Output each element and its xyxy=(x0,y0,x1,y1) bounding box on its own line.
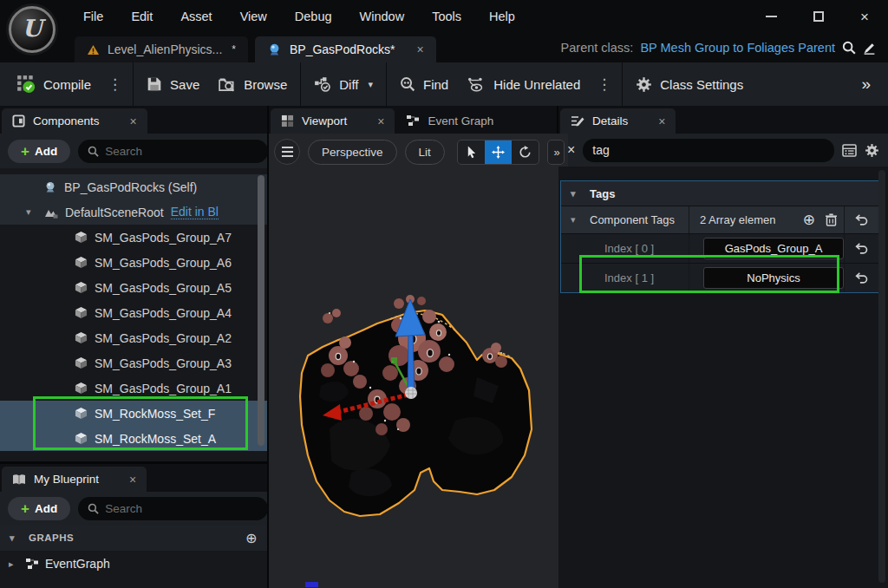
graphs-section-header[interactable]: ▾ GRAPHS ⊕ xyxy=(0,525,267,551)
tree-row-self[interactable]: BP_GasPodRocks (Self) xyxy=(0,174,267,199)
collapse-caret-icon[interactable]: ▾ xyxy=(571,214,582,225)
my-blueprint-body: ▸ EventGraph xyxy=(0,551,267,588)
property-matrix-icon[interactable] xyxy=(842,144,857,157)
close-panel-icon[interactable]: × xyxy=(129,473,136,487)
tree-row-label: SM_GasPods_Group_A3 xyxy=(95,356,232,370)
minimize-icon[interactable] xyxy=(766,16,777,17)
menu-help[interactable]: Help xyxy=(475,2,529,31)
revert-icon[interactable] xyxy=(855,272,868,284)
add-blueprint-item-button[interactable]: + Add xyxy=(8,497,70,520)
details-search-input[interactable] xyxy=(592,143,825,157)
toolbar-separator xyxy=(386,62,387,106)
search-parent-icon[interactable] xyxy=(842,41,856,55)
tree-row-gaspods-a5[interactable]: SM_GasPods_Group_A5 xyxy=(0,275,267,300)
event-graph-item[interactable]: ▸ EventGraph xyxy=(0,551,267,577)
tree-row-gaspods-a6[interactable]: SM_GasPods_Group_A6 xyxy=(0,250,267,275)
tags-section-header[interactable]: ▾ Tags xyxy=(561,181,878,206)
tree-row-rockmoss-a[interactable]: SM_RockMoss_Set_A xyxy=(0,426,267,451)
my-blueprint-tab[interactable]: My Blueprint × xyxy=(2,467,147,492)
parent-class-label: Parent class: xyxy=(561,41,634,55)
collapse-caret-icon[interactable]: ▾ xyxy=(10,532,21,544)
select-tool-icon[interactable] xyxy=(458,140,485,164)
component-tags-label: Component Tags xyxy=(590,213,675,226)
close-panel-icon[interactable]: × xyxy=(658,114,665,128)
class-settings-button[interactable]: Class Settings xyxy=(626,62,753,106)
add-array-element-icon[interactable]: ⊕ xyxy=(803,211,815,229)
menu-debug[interactable]: Debug xyxy=(281,2,346,31)
move-tool-icon[interactable] xyxy=(485,140,512,164)
hide-unrelated-button[interactable]: Hide Unrelated xyxy=(458,62,590,106)
toolbar-separator xyxy=(133,62,134,106)
tree-row-gaspods-a2[interactable]: SM_GasPods_Group_A2 xyxy=(0,325,267,350)
menu-asset[interactable]: Asset xyxy=(166,2,225,31)
index-1-value-field[interactable]: NoPhysics xyxy=(703,267,844,289)
parent-class-link[interactable]: BP Mesh Group to Foliages Parent xyxy=(640,41,835,55)
edit-parent-icon[interactable] xyxy=(863,42,876,55)
viewport-options-icon[interactable] xyxy=(274,139,300,165)
static-mesh-icon xyxy=(75,256,88,269)
tree-row-gaspods-a4[interactable]: SM_GasPods_Group_A4 xyxy=(0,300,267,325)
close-tab-icon[interactable]: × xyxy=(416,42,423,56)
browse-button[interactable]: Browse xyxy=(209,62,297,106)
details-tab[interactable]: Details × xyxy=(560,108,676,134)
index-0-value-field[interactable]: GasPods_Group_A xyxy=(703,238,844,259)
tree-row-gaspods-a3[interactable]: SM_GasPods_Group_A3 xyxy=(0,350,267,376)
menu-edit[interactable]: Edit xyxy=(117,2,166,31)
revert-icon[interactable] xyxy=(855,214,868,225)
tree-row-defaultsceneroot[interactable]: ▾ DefaultSceneRoot Edit in Bl xyxy=(0,199,267,225)
collapse-caret-icon[interactable]: ▾ xyxy=(571,188,582,199)
tab-level-alienphysics[interactable]: Level_AlienPhysics... * xyxy=(75,36,248,62)
details-body: ▾ Tags ▾ Component Tags 2 Array elemen ⊕ xyxy=(558,167,888,588)
menu-view[interactable]: View xyxy=(226,2,281,31)
maximize-icon[interactable] xyxy=(813,11,824,22)
tree-row-rockmoss-f[interactable]: SM_RockMoss_Set_F xyxy=(0,401,267,426)
component-tags-value-cell: 2 Array elemen ⊕ xyxy=(689,211,844,229)
search-input[interactable] xyxy=(105,145,258,158)
close-panel-icon[interactable]: × xyxy=(130,114,137,128)
event-graph-tab[interactable]: Event Graph xyxy=(396,108,504,134)
tree-row-gaspods-a7[interactable]: SM_GasPods_Group_A7 xyxy=(0,225,267,250)
viewport-3d-area[interactable]: Perspective Lit » xyxy=(269,134,568,588)
tab-bp-gaspodrocks[interactable]: BP_GasPodRocks* × xyxy=(255,36,436,62)
components-search-field[interactable] xyxy=(78,140,268,163)
menu-window[interactable]: Window xyxy=(346,2,419,31)
static-mesh-icon xyxy=(75,382,88,395)
tree-row-label: SM_GasPods_Group_A1 xyxy=(95,382,232,395)
close-window-icon[interactable]: × xyxy=(860,10,869,24)
perspective-button[interactable]: Perspective xyxy=(308,140,397,165)
left-column: Components × + Add xyxy=(0,106,267,588)
components-tab[interactable]: Components × xyxy=(2,108,147,134)
clear-search-icon[interactable]: × xyxy=(567,142,575,158)
details-search-field[interactable] xyxy=(583,139,834,162)
edit-in-blueprint-link[interactable]: Edit in Bl xyxy=(171,205,219,219)
add-component-button[interactable]: + Add xyxy=(8,140,70,163)
viewport-tab-label: Viewport xyxy=(302,114,347,127)
viewport-toolbar-overflow-icon[interactable]: » xyxy=(547,140,565,165)
details-settings-icon[interactable] xyxy=(865,143,879,158)
delete-array-icon[interactable] xyxy=(826,213,837,226)
tree-row-gaspods-a1[interactable]: SM_GasPods_Group_A1 xyxy=(0,376,267,401)
rotate-tool-icon[interactable] xyxy=(512,140,539,164)
diff-button[interactable]: Diff ▾ xyxy=(304,62,382,106)
search-input[interactable] xyxy=(105,502,258,515)
save-button[interactable]: Save xyxy=(137,62,209,106)
revert-icon[interactable] xyxy=(855,243,868,254)
components-scrollbar[interactable] xyxy=(258,175,264,446)
my-blueprint-search-field[interactable] xyxy=(78,497,268,520)
add-graph-icon[interactable]: ⊕ xyxy=(245,530,258,546)
details-scrollbar[interactable] xyxy=(878,170,885,583)
hide-unrelated-options-icon[interactable]: ⋮ xyxy=(590,75,618,94)
revert-cell xyxy=(844,264,878,292)
compile-button[interactable]: Compile xyxy=(7,62,101,106)
compile-options-icon[interactable]: ⋮ xyxy=(101,75,129,94)
expand-caret-icon[interactable]: ▾ xyxy=(26,206,37,218)
viewport-tab[interactable]: Viewport × xyxy=(271,108,395,134)
expand-caret-icon[interactable]: ▸ xyxy=(9,559,20,570)
toolbar-overflow-icon[interactable]: » xyxy=(861,75,881,94)
find-button[interactable]: Find xyxy=(390,62,458,106)
close-panel-icon[interactable]: × xyxy=(377,114,384,128)
lit-button[interactable]: Lit xyxy=(405,140,445,165)
static-mesh-icon xyxy=(75,356,88,369)
menu-tools[interactable]: Tools xyxy=(418,2,475,31)
menu-file[interactable]: File xyxy=(69,2,117,31)
